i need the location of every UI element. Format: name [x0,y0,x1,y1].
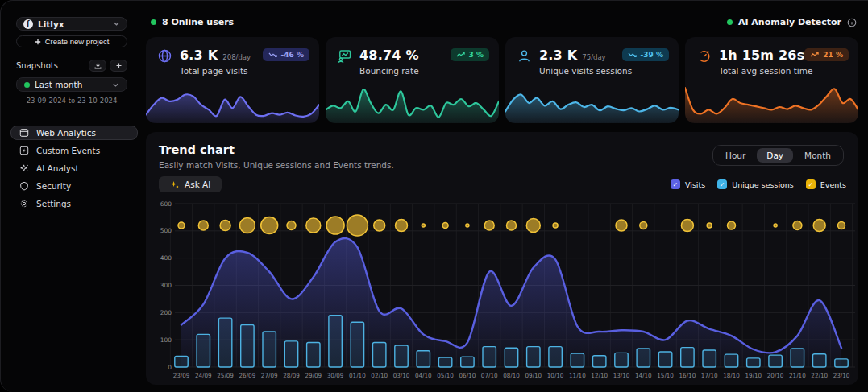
sidebar-item-web-analytics[interactable]: Web Analytics [10,126,138,140]
svg-text:04/10: 04/10 [415,372,432,379]
sparkline-chart [685,81,858,123]
svg-text:14/10: 14/10 [635,372,652,379]
legend-unique-sessions-checkbox[interactable]: Unique sessions [717,179,794,189]
chevron-down-icon [112,81,119,89]
svg-text:20/10: 20/10 [767,372,784,379]
stat-value: 48.74 % [359,47,419,63]
svg-text:18/10: 18/10 [723,372,740,379]
snapshot-status-dot [24,82,30,88]
svg-text:28/09: 28/09 [283,372,300,379]
info-icon[interactable] [847,18,857,27]
shield-icon [19,181,29,191]
sidebar-item-label: AI Analyst [36,163,79,173]
svg-text:21/10: 21/10 [789,372,806,379]
anomaly-detector-label: AI Anomaly Detector [738,17,841,27]
trend-badge: -39 % [622,48,669,61]
browser-layout-icon [19,128,29,138]
ask-ai-label: Ask AI [185,179,210,189]
svg-text:19/10: 19/10 [745,372,762,379]
trend-chart-title: Trend chart [159,143,235,156]
trend-down-icon [628,52,637,58]
plus-icon [115,62,123,69]
svg-text:05/10: 05/10 [437,372,454,379]
tab-month[interactable]: Month [795,148,841,163]
time-range-tabs: Hour Day Month [712,145,844,166]
project-select[interactable]: ʃ Litlyx [16,17,127,31]
project-name: Litlyx [38,19,108,29]
sidebar-item-security[interactable]: Security [10,179,138,193]
online-status-dot [151,19,156,25]
download-icon [94,62,102,69]
stat-card-unique-sessions: 2.3 K 75/day Unique visits sessions -39 … [505,37,679,123]
legend-visits-checkbox[interactable]: Visits [671,179,705,189]
tab-day[interactable]: Day [757,148,793,163]
ask-ai-button[interactable]: Ask AI [159,176,222,192]
svg-text:02/10: 02/10 [371,372,388,379]
svg-text:29/09: 29/09 [305,372,322,379]
anomaly-detector-indicator: AI Anomaly Detector [727,17,857,27]
svg-text:25/09: 25/09 [217,372,234,379]
litlyx-logo-icon: ʃ [23,19,33,29]
sparkline-chart [326,81,499,123]
svg-text:100: 100 [160,336,172,344]
legend-events-checkbox[interactable]: Events [806,179,846,189]
snapshot-add-button[interactable] [110,60,127,72]
svg-text:06/10: 06/10 [459,372,476,379]
lightning-square-icon [19,146,29,155]
svg-text:12/10: 12/10 [591,372,608,379]
svg-text:600: 600 [160,200,172,208]
app-window: ʃ Litlyx Create new project Snapshots La… [0,0,868,392]
svg-text:23/09: 23/09 [173,372,190,379]
create-project-button[interactable]: Create new project [16,35,127,47]
svg-text:22/10: 22/10 [811,372,828,379]
stat-value: 1h 15m 26s [719,47,804,63]
svg-text:13/10: 13/10 [613,372,630,379]
svg-text:16/10: 16/10 [679,372,696,379]
snapshot-export-button[interactable] [89,60,106,72]
stat-value: 2.3 K [539,47,577,63]
sparkline-chart [505,81,679,123]
stat-per-day: 75/day [582,53,605,61]
online-users-label: 8 Online users [162,17,234,27]
sidebar-item-label: Settings [36,199,71,208]
checkbox-checked-icon [717,179,727,189]
trend-badge-value: 3 % [469,51,484,59]
trend-up-icon [456,52,465,58]
svg-text:300: 300 [160,282,172,289]
sidebar-nav: Web Analytics Custom Events AI Analyst S… [10,126,138,214]
trend-badge-value: -46 % [281,51,304,59]
checkbox-checked-icon [671,179,680,189]
create-project-label: Create new project [45,37,110,46]
timer-icon [696,48,712,67]
svg-text:08/10: 08/10 [503,372,520,379]
ai-sparkle-icon [170,180,179,189]
snapshot-date-range: 23-09-2024 to 23-10-2024 [1,97,143,105]
snapshot-selected-value: Last month [35,80,107,89]
trend-badge-value: -39 % [641,51,663,59]
sidebar-item-label: Web Analytics [36,128,96,138]
online-users-indicator: 8 Online users [151,17,234,27]
svg-text:24/09: 24/09 [195,372,212,379]
stat-label: Total avg session time [719,66,812,76]
svg-text:10/10: 10/10 [547,372,564,379]
presentation-icon [337,48,352,67]
trend-down-icon [268,52,277,58]
chevron-down-icon [113,20,120,27]
stat-label: Total page visits [180,66,251,76]
snapshot-select[interactable]: Last month [16,77,127,92]
trend-badge: 3 % [451,48,489,61]
plus-icon [35,39,41,45]
svg-text:500: 500 [160,227,172,234]
stat-card-total-page-visits: 6.3 K 208/day Total page visits -46 % [146,37,319,123]
sidebar-item-ai-analyst[interactable]: AI Analyst [10,161,138,175]
sidebar-item-custom-events[interactable]: Custom Events [10,143,138,158]
stat-value: 6.3 K [180,47,218,63]
svg-text:17/10: 17/10 [701,372,718,379]
stat-label: Unique visits sessions [539,66,632,76]
sidebar-item-settings[interactable]: Settings [10,196,138,211]
sidebar: ʃ Litlyx Create new project Snapshots La… [1,1,146,392]
chart-legend: Visits Unique sessions Events [671,179,846,189]
tab-hour[interactable]: Hour [716,148,755,163]
globe-icon [157,48,172,67]
sparkles-icon [19,163,29,173]
